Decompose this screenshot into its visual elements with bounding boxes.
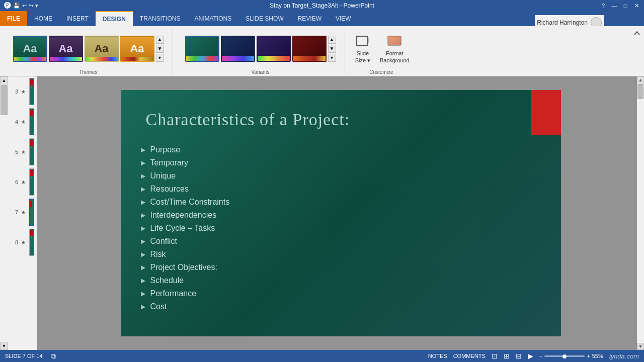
customize-qat-icon[interactable]: ▾ [35,3,38,9]
minimize-button[interactable]: — [611,2,618,9]
slideshow-icon[interactable]: ⧉ [51,352,56,360]
undo-icon[interactable]: ↩ [22,3,27,9]
theme-3[interactable]: Aa [85,36,119,62]
notes-button[interactable]: NOTES [428,353,447,359]
tab-transitions[interactable]: TRANSITIONS [133,11,188,26]
bullet-text: Schedule [150,276,184,285]
slide-red-accent [531,90,561,135]
slide-thumb-accent [29,201,32,207]
tab-insert[interactable]: INSERT [59,11,96,26]
variants-scroll-more[interactable]: ▾ [328,54,336,62]
bullet-arrow: ▶ [141,172,145,179]
slide-item-8[interactable]: 8 ★ [8,227,37,257]
variant-3[interactable] [257,36,291,62]
view-reading-icon[interactable]: ⊟ [516,352,522,360]
tab-animations[interactable]: ANIMATIONS [187,11,238,26]
slide-star: ★ [21,119,26,125]
slide-star: ★ [21,240,26,245]
view-slideshow-icon[interactable]: ▶ [528,352,533,360]
slide-thumb-accent [29,230,33,236]
slide-item-4[interactable]: 4 ★ [8,107,37,137]
tab-review[interactable]: REVIEW [291,11,329,26]
variant-4[interactable] [292,36,327,62]
slide-counter: SLIDE 7 OF 14 [5,353,43,359]
slide-size-button[interactable]: SlideSize ▾ [350,31,375,65]
zoom-out-button[interactable]: − [539,353,542,359]
canvas-scroll-down[interactable]: ▼ [637,343,644,350]
theme-4[interactable]: Aa [120,36,154,62]
zoom-level[interactable]: 55% [592,353,603,359]
bullet-text: Cost/Time Constraints [150,198,230,207]
format-background-button[interactable]: FormatBackground [377,31,413,65]
svg-rect-0 [357,36,368,45]
bullet-arrow: ▶ [141,238,145,245]
main-area: ▲ ▼ 3 ★ 4 ★ [0,76,644,350]
themes-scroll-down[interactable]: ▼ [156,45,164,53]
bullet-arrow: ▶ [141,303,145,310]
ribbon-tabs: FILE HOME INSERT DESIGN TRANSITIONS ANIM… [0,11,644,26]
slide-thumbnail[interactable] [29,78,34,105]
slide-thumbnail[interactable] [29,138,34,165]
themes-scroll-up[interactable]: ▲ [156,36,164,44]
bullet-item: ▶Unique [141,170,541,182]
slide-item-7[interactable]: 7 ★ [8,197,37,227]
theme-2[interactable]: Aa [49,36,83,62]
zoom-in-button[interactable]: + [587,353,590,359]
view-normal-icon[interactable]: ⊡ [492,352,498,360]
canvas-scroll-up[interactable]: ▲ [637,76,644,83]
view-grid-icon[interactable]: ⊞ [504,352,510,360]
slide-star: ★ [21,89,26,95]
slide-panel-scroll-down[interactable]: ▼ [0,342,8,350]
zoom-thumb[interactable] [562,354,567,358]
bullet-arrow: ▶ [141,264,145,271]
themes-content: Aa Aa Aa Aa ▲ ▼ ▾ [13,29,164,68]
canvas-vscroll-thumb[interactable] [637,84,643,99]
ribbon-collapse-button[interactable] [632,28,642,38]
bullet-item: ▶Conflict [141,236,541,247]
tab-view[interactable]: VIEW [329,11,358,26]
slide-number: 7 [11,209,18,215]
slide-item-3[interactable]: 3 ★ [8,76,37,107]
slide-number: 6 [11,179,18,185]
slide-panel-scrollbar-thumb[interactable] [1,85,8,115]
slide-canvas[interactable]: Characteristics of a Project: ▶Purpose▶T… [121,90,561,336]
redo-icon[interactable]: ↪ [29,3,33,9]
slide-number: 3 [11,88,18,95]
variants-scroll-down[interactable]: ▼ [328,45,336,53]
variants-scroll-up[interactable]: ▲ [328,36,336,44]
bullet-text: Conflict [150,237,177,246]
status-bar: SLIDE 7 OF 14 ⧉ NOTES COMMENTS ⊡ ⊞ ⊟ ▶ −… [0,350,644,362]
slide-thumbnail[interactable] [29,168,34,196]
slide-panel-scrollbar-track [0,84,8,342]
close-button[interactable]: ✕ [633,2,640,9]
bullet-arrow: ▶ [141,146,145,153]
slide-panel-scroll-up[interactable]: ▲ [0,76,8,84]
variant-1[interactable] [185,36,219,62]
slide-number: 8 [11,239,18,245]
ribbon-content: Aa Aa Aa Aa ▲ ▼ ▾ [0,26,644,76]
variant-2[interactable] [221,36,255,62]
comments-button[interactable]: COMMENTS [453,353,486,359]
slide-panel-scroll-track: ▲ ▼ [0,76,8,350]
bullet-arrow: ▶ [141,199,145,206]
tab-home[interactable]: HOME [27,11,59,26]
theme-1[interactable]: Aa [13,36,47,62]
slide-title: Characteristics of a Project: [121,90,561,139]
restore-button[interactable]: □ [622,2,629,9]
slide-star: ★ [21,210,26,215]
tab-file[interactable]: FILE [0,11,27,26]
slide-item-5[interactable]: 5 ★ [8,137,37,167]
help-button[interactable]: ? [600,2,607,9]
powerpoint-icon: 🅟 [4,2,11,10]
tab-slideshow[interactable]: SLIDE SHOW [238,11,290,26]
slide-thumbnail[interactable] [29,199,34,226]
slide-number: 4 [11,119,18,125]
slide-item-6[interactable]: 6 ★ [8,167,37,197]
save-icon[interactable]: 💾 [13,3,20,9]
themes-scroll-more[interactable]: ▾ [156,54,164,62]
slide-thumbnail[interactable] [29,108,34,135]
slide-thumbnail[interactable] [29,229,34,256]
tab-design[interactable]: DESIGN [96,11,133,26]
status-bar-right: NOTES COMMENTS ⊡ ⊞ ⊟ ▶ − + 55% lynda.com [428,352,639,360]
zoom-slider[interactable] [544,355,585,357]
